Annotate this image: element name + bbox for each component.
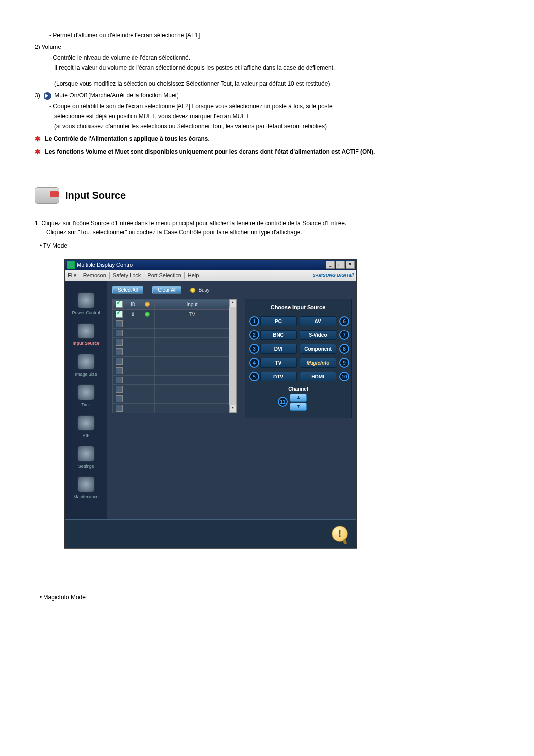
- row-checkbox[interactable]: [116, 367, 123, 374]
- titlebar[interactable]: Multiple Display Control _ ▢ ✕: [65, 260, 356, 270]
- callout-5: 5: [249, 372, 259, 381]
- row-checkbox[interactable]: [116, 358, 123, 365]
- sidebar-item-power-control[interactable]: Power Control: [65, 292, 107, 315]
- table-row[interactable]: [113, 357, 230, 366]
- item2-l1: - Contrôle le niveau de volume de l'écra…: [49, 53, 499, 62]
- channel-down-button[interactable]: ▾: [290, 403, 307, 411]
- row-checkbox[interactable]: [116, 311, 123, 318]
- cell-status: [140, 329, 155, 338]
- cell-id: [126, 319, 140, 329]
- callout-1: 1: [249, 316, 259, 326]
- menu-port[interactable]: Port Selection: [147, 272, 181, 278]
- scrollbar[interactable]: ▴ ▾: [229, 299, 237, 413]
- scroll-up-icon[interactable]: ▴: [229, 299, 236, 307]
- source-button-s-video[interactable]: S-Video: [300, 330, 336, 340]
- sidebar-icon: [77, 384, 95, 400]
- cell-input: [155, 347, 230, 357]
- table-row[interactable]: [113, 329, 230, 338]
- close-button[interactable]: ✕: [346, 261, 355, 269]
- row-checkbox[interactable]: [116, 348, 123, 355]
- table-row[interactable]: [113, 385, 230, 394]
- row-checkbox[interactable]: [116, 320, 123, 327]
- item3-l2: sélectionné est déjà en position MUET, v…: [54, 112, 499, 121]
- scroll-down-icon[interactable]: ▾: [229, 405, 236, 413]
- source-button-magicinfo[interactable]: MagicInfo: [300, 358, 336, 368]
- brand-label: SAMSUNG DIGITall: [313, 273, 354, 278]
- table-row[interactable]: 0TV: [113, 310, 230, 319]
- sidebar-item-input-source[interactable]: Input Source: [65, 323, 107, 346]
- cell-status: [140, 357, 155, 366]
- app-icon: [67, 261, 75, 269]
- cell-id: [126, 338, 140, 347]
- cell-input: [155, 338, 230, 347]
- source-button-bnc[interactable]: BNC: [260, 330, 297, 340]
- cell-input: TV: [155, 310, 230, 319]
- sidebar-item-settings[interactable]: Settings: [65, 446, 107, 469]
- source-button-component[interactable]: Component: [300, 344, 336, 354]
- sidebar-item-label: Power Control: [65, 310, 107, 315]
- item1-line: - Permet d'allumer ou d'éteindre l'écran…: [49, 31, 499, 40]
- callout-10: 10: [339, 372, 349, 381]
- star-icon: ✱: [35, 135, 41, 142]
- cell-input: [155, 319, 230, 329]
- source-button-hdmi[interactable]: HDMI: [300, 372, 336, 381]
- display-table: ID Input 0TV ▴ ▾: [112, 299, 230, 413]
- col-status[interactable]: [140, 299, 155, 310]
- cell-status: [140, 366, 155, 376]
- sidebar-item-pip[interactable]: PIP: [65, 415, 107, 438]
- minimize-button[interactable]: _: [326, 261, 335, 269]
- menu-remocon[interactable]: Remocon: [83, 272, 106, 278]
- sidebar-item-time[interactable]: Time: [65, 384, 107, 407]
- cell-status: [140, 385, 155, 394]
- item2-l2: Il reçoit la valeur du volume de l'écran…: [54, 63, 499, 72]
- cell-id: [126, 385, 140, 394]
- star-icon: ✱: [35, 148, 41, 156]
- sidebar-item-label: PIP: [65, 433, 107, 438]
- sidebar-item-image-size[interactable]: Image Size: [65, 354, 107, 377]
- cell-id: [126, 366, 140, 376]
- cell-id: [126, 357, 140, 366]
- table-row[interactable]: [113, 404, 230, 413]
- table-row[interactable]: [113, 366, 230, 376]
- col-check[interactable]: [113, 299, 126, 310]
- sidebar-item-label: Time: [65, 402, 107, 407]
- item3-l3: (si vous choisissez d'annuler les sélect…: [54, 122, 499, 131]
- callout-7: 7: [339, 330, 349, 340]
- row-checkbox[interactable]: [116, 330, 123, 336]
- cell-input: [155, 404, 230, 413]
- clear-all-button[interactable]: Clear All: [152, 286, 181, 294]
- cell-status: [140, 376, 155, 385]
- step-1: 1. Cliquez sur l'icône Source d'Entrée d…: [35, 219, 499, 236]
- sidebar-item-maintenance[interactable]: Maintenance: [65, 476, 107, 499]
- row-checkbox[interactable]: [116, 395, 123, 402]
- menu-safety[interactable]: Safety Lock: [113, 272, 141, 278]
- source-button-pc[interactable]: PC: [260, 316, 297, 326]
- channel-up-button[interactable]: ▴: [290, 394, 307, 402]
- row-checkbox[interactable]: [116, 405, 123, 412]
- busy-dot-icon: [190, 288, 195, 293]
- channel-label: Channel: [249, 386, 347, 392]
- table-row[interactable]: [113, 338, 230, 347]
- row-checkbox[interactable]: [116, 339, 123, 346]
- row-checkbox[interactable]: [116, 377, 123, 383]
- menu-help[interactable]: Help: [188, 272, 199, 278]
- row-checkbox[interactable]: [116, 386, 123, 393]
- panel-title: Choose Input Source: [249, 302, 347, 315]
- source-button-tv[interactable]: TV: [260, 358, 297, 368]
- table-row[interactable]: [113, 319, 230, 329]
- menubar: File Remocon Safety Lock Port Selection …: [65, 270, 356, 281]
- table-row[interactable]: [113, 347, 230, 357]
- source-button-dvi[interactable]: DVI: [260, 344, 297, 354]
- callout-4: 4: [249, 358, 259, 368]
- cell-status: [140, 319, 155, 329]
- select-all-button[interactable]: Select All: [112, 286, 143, 294]
- maximize-button[interactable]: ▢: [336, 261, 345, 269]
- table-row[interactable]: [113, 376, 230, 385]
- menu-file[interactable]: File: [68, 272, 77, 278]
- callout-6: 6: [339, 316, 349, 326]
- table-row[interactable]: [113, 394, 230, 404]
- status-dot-icon: [145, 312, 150, 317]
- source-button-dtv[interactable]: DTV: [260, 372, 297, 381]
- source-button-av[interactable]: AV: [300, 316, 336, 326]
- status-bar: !: [65, 519, 356, 548]
